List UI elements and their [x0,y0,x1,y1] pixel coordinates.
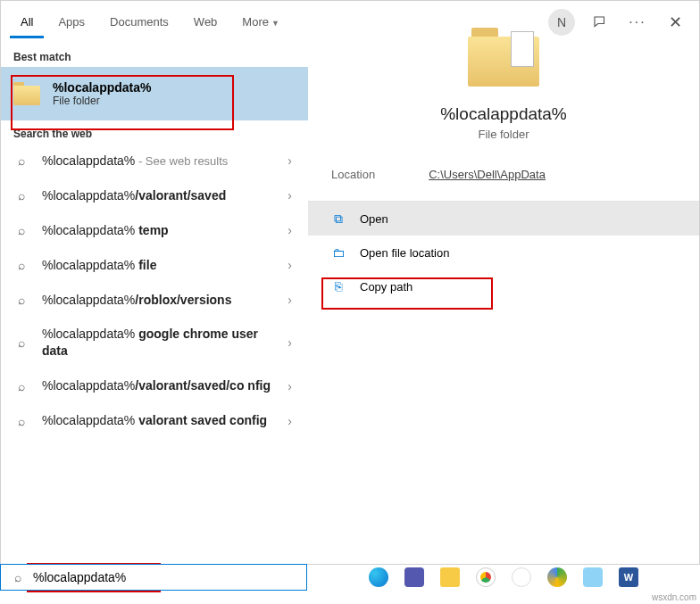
best-match-subtitle: File folder [53,95,151,107]
location-link[interactable]: C:\Users\Dell\AppData [429,168,546,181]
user-avatar[interactable]: N [548,9,575,36]
section-best-match: Best match [1,44,308,67]
taskbar-word-icon[interactable] [619,567,638,587]
chevron-right-icon[interactable]: › [284,414,296,428]
folder-icon [13,82,40,105]
web-result-item[interactable]: ⌕ %localappdata% temp › [1,213,308,248]
search-icon: ⌕ [13,414,29,428]
copy-icon: ⎘ [331,279,346,294]
search-icon: ⌕ [10,570,26,584]
tab-all[interactable]: All [10,6,44,38]
chevron-right-icon[interactable]: › [284,335,296,350]
taskbar-edge-icon[interactable] [369,567,388,587]
search-bar[interactable]: ⌕ [0,564,307,591]
open-icon: ⧉ [331,211,346,227]
chevron-right-icon[interactable]: › [284,153,296,168]
action-open-location-label: Open file location [360,246,449,260]
web-result-text: %localappdata% temp [42,222,271,239]
best-match-result[interactable]: %localappdata% File folder [1,67,308,120]
web-result-item[interactable]: ⌕ %localappdata% valorant saved config › [1,403,308,438]
web-result-item[interactable]: ⌕ %localappdata% file › [1,248,308,283]
preview-title: %localappdata% [308,104,699,124]
search-tabs: All Apps Documents Web More▼ [1,1,308,44]
web-result-text: %localappdata% - See web results [42,153,271,170]
tab-apps[interactable]: Apps [47,6,96,38]
chevron-down-icon: ▼ [271,19,279,28]
action-copy-path[interactable]: ⎘ Copy path [308,269,699,303]
best-match-title: %localappdata% [53,80,151,95]
web-result-item[interactable]: ⌕ %localappdata% google chrome user data… [1,317,308,368]
taskbar-slack-icon[interactable] [512,567,531,587]
folder-open-icon: 🗀 [331,245,346,260]
chevron-right-icon[interactable]: › [284,379,296,393]
location-row: Location C:\Users\Dell\AppData [308,168,699,201]
taskbar-paint-icon[interactable] [583,567,603,587]
action-copy-path-label: Copy path [360,280,412,294]
action-open-location[interactable]: 🗀 Open file location [308,236,699,269]
taskbar-chrome2-icon[interactable] [547,567,567,587]
folder-icon-large [468,28,539,87]
web-result-item[interactable]: ⌕ %localappdata%/valorant/saved › [1,178,308,213]
more-options-icon[interactable]: ··· [625,10,650,35]
location-label: Location [331,168,375,181]
chevron-right-icon[interactable]: › [284,223,296,237]
tab-more[interactable]: More▼ [231,6,290,38]
web-result-text: %localappdata% google chrome user data [42,326,271,360]
taskbar-explorer-icon[interactable] [440,567,460,587]
taskbar-chrome-icon[interactable] [476,567,496,587]
chevron-right-icon[interactable]: › [284,258,296,272]
search-icon: ⌕ [13,223,29,237]
web-results-list: ⌕ %localappdata% - See web results ›⌕ %l… [1,144,308,564]
tab-documents[interactable]: Documents [99,6,179,38]
search-icon: ⌕ [13,258,29,272]
action-open[interactable]: ⧉ Open [308,202,699,236]
watermark: wsxdn.com [652,592,696,602]
web-result-text: %localappdata%/valorant/saved/co nfig [42,377,271,394]
search-icon: ⌕ [13,188,29,203]
section-search-web: Search the web [1,120,308,144]
web-result-item[interactable]: ⌕ %localappdata% - See web results › [1,144,308,178]
web-result-text: %localappdata% file [42,257,271,274]
web-result-text: %localappdata%/roblox/versions [42,292,271,309]
web-result-item[interactable]: ⌕ %localappdata%/roblox/versions › [1,283,308,318]
chevron-right-icon[interactable]: › [284,293,296,307]
tab-web[interactable]: Web [183,6,229,38]
preview-subtitle: File folder [308,128,699,141]
taskbar-teams-icon[interactable] [404,567,424,587]
feedback-icon[interactable] [588,10,612,35]
web-result-item[interactable]: ⌕ %localappdata%/valorant/saved/co nfig … [1,368,308,403]
chevron-right-icon[interactable]: › [284,188,296,203]
search-icon: ⌕ [13,153,29,168]
taskbar [307,564,700,591]
action-open-label: Open [360,212,388,226]
web-result-text: %localappdata%/valorant/saved [42,187,271,204]
search-input[interactable] [33,570,297,584]
web-result-text: %localappdata% valorant saved config [42,412,271,429]
search-icon: ⌕ [13,293,29,307]
search-icon: ⌕ [13,379,29,393]
close-icon[interactable]: ✕ [662,10,688,35]
search-icon: ⌕ [13,335,29,350]
